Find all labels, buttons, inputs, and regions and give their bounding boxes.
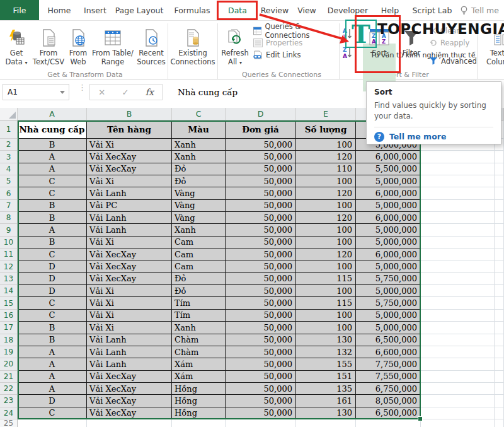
cell[interactable]: 50,000: [226, 407, 296, 419]
row-header-7[interactable]: 7: [0, 200, 18, 212]
cell[interactable]: Vải Lanh: [87, 334, 172, 346]
cell[interactable]: 50,000: [226, 273, 296, 285]
cell[interactable]: Tím: [172, 297, 226, 309]
cell[interactable]: 50,000: [226, 285, 296, 297]
cell[interactable]: Vàng: [172, 187, 226, 199]
cell[interactable]: [495, 224, 504, 236]
cancel-entry-icon[interactable]: ✕: [98, 88, 105, 97]
cell[interactable]: 100: [296, 237, 356, 249]
cell-header-col-D[interactable]: Đơn giá: [226, 120, 296, 139]
cell[interactable]: [495, 407, 504, 419]
cell[interactable]: D: [18, 395, 87, 407]
cell[interactable]: [421, 358, 495, 370]
cell[interactable]: Vải Lanh: [87, 212, 172, 224]
cell[interactable]: [495, 371, 504, 383]
cell[interactable]: [495, 237, 504, 249]
cell[interactable]: [421, 346, 495, 358]
cell[interactable]: 50,000: [226, 200, 296, 212]
cell[interactable]: A: [18, 163, 87, 175]
cell[interactable]: Vải XecXay: [87, 371, 172, 383]
cell[interactable]: 8,050,000: [356, 395, 421, 407]
tab-view[interactable]: View: [291, 0, 323, 20]
row-header-10[interactable]: 10: [0, 237, 18, 249]
from-table-range-button[interactable]: From Table/ Range: [91, 23, 135, 67]
formula-bar-handle[interactable]: ⋮: [78, 86, 86, 90]
cell[interactable]: 50,000: [226, 371, 296, 383]
existing-connections-button[interactable]: Existing Connections: [169, 23, 217, 67]
row-header-11[interactable]: 11: [0, 249, 18, 260]
cell[interactable]: [356, 419, 421, 427]
cell[interactable]: C: [18, 310, 87, 322]
cell[interactable]: [495, 297, 504, 309]
cell[interactable]: 5,000,000: [356, 200, 421, 212]
insert-function-icon[interactable]: fx: [146, 87, 154, 97]
cell[interactable]: [421, 175, 495, 187]
cell[interactable]: C: [18, 297, 87, 309]
cell[interactable]: 5,000,000: [356, 175, 421, 187]
cell[interactable]: Đỏ: [172, 163, 226, 175]
cell[interactable]: C: [18, 187, 87, 199]
cell[interactable]: Vải XecXay: [87, 249, 172, 260]
cell[interactable]: [18, 419, 87, 427]
tell-me-more-link[interactable]: Tell me more: [389, 132, 446, 141]
cell[interactable]: Đỏ: [172, 175, 226, 187]
cell[interactable]: Vải XecXay: [87, 260, 172, 272]
cell[interactable]: 50,000: [226, 139, 296, 151]
cell[interactable]: 6,500,000: [356, 334, 421, 346]
cell[interactable]: Vải Lanh: [87, 346, 172, 358]
row-header-22[interactable]: 22: [0, 383, 18, 395]
cell-header-col-C[interactable]: Màu: [172, 120, 226, 139]
cell[interactable]: 5,000,000: [356, 285, 421, 297]
cell[interactable]: [495, 285, 504, 297]
column-header-A[interactable]: A: [18, 108, 87, 120]
cell[interactable]: [421, 285, 495, 297]
cell[interactable]: [495, 310, 504, 322]
from-text-csv-button[interactable]: From Text/CSV: [32, 23, 66, 67]
cell[interactable]: 50,000: [226, 383, 296, 395]
cell[interactable]: A: [18, 151, 87, 163]
tab-developer[interactable]: Developer: [323, 0, 373, 20]
cell[interactable]: 5,000,000: [356, 310, 421, 322]
row-header-5[interactable]: 5: [0, 175, 18, 187]
cell[interactable]: 100: [296, 322, 356, 334]
cell[interactable]: 50,000: [226, 334, 296, 346]
cell[interactable]: Xám: [172, 371, 226, 383]
cell[interactable]: [421, 371, 495, 383]
cell[interactable]: Đỏ: [172, 285, 226, 297]
cell[interactable]: 50,000: [226, 260, 296, 272]
tab-page-layout[interactable]: Page Layout: [111, 0, 168, 20]
from-web-button[interactable]: From Web: [66, 23, 91, 67]
cell[interactable]: 6,000,000: [356, 187, 421, 199]
cell[interactable]: 50,000: [226, 358, 296, 370]
tab-data[interactable]: Data: [217, 0, 258, 20]
cell[interactable]: Vải XecXay: [87, 407, 172, 419]
cell[interactable]: [421, 334, 495, 346]
cell[interactable]: [421, 151, 495, 163]
cell[interactable]: [421, 187, 495, 199]
cell[interactable]: D: [18, 260, 87, 272]
cell[interactable]: 5,750,000: [356, 273, 421, 285]
row-header-13[interactable]: 13: [0, 273, 18, 285]
tab-file[interactable]: File: [0, 0, 39, 20]
cell[interactable]: 50,000: [226, 322, 296, 334]
cell[interactable]: Tím: [172, 310, 226, 322]
name-box[interactable]: A1: [3, 84, 69, 100]
cell[interactable]: [421, 322, 495, 334]
cell[interactable]: 7,750,000: [356, 358, 421, 370]
cell[interactable]: [87, 419, 172, 427]
cell[interactable]: 50,000: [226, 310, 296, 322]
row-header-18[interactable]: 18: [0, 334, 18, 346]
cell[interactable]: [421, 260, 495, 272]
row-header-16[interactable]: 16: [0, 310, 18, 322]
cell[interactable]: Vải XecXay: [87, 273, 172, 285]
row-header-19[interactable]: 19: [0, 346, 18, 358]
column-header-C[interactable]: C: [172, 108, 226, 120]
cell[interactable]: [495, 395, 504, 407]
row-header-17[interactable]: 17: [0, 322, 18, 334]
cell[interactable]: [495, 212, 504, 224]
cell[interactable]: [495, 383, 504, 395]
cell[interactable]: 6,750,000: [356, 383, 421, 395]
cell[interactable]: 100: [296, 310, 356, 322]
cell[interactable]: [421, 200, 495, 212]
cell[interactable]: Đỏ: [172, 273, 226, 285]
